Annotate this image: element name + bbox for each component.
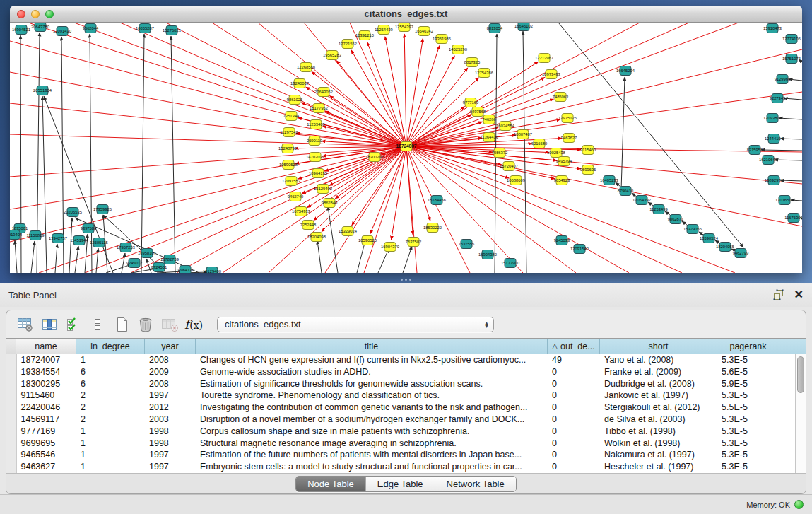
- table-cell[interactable]: 9777169: [16, 426, 76, 438]
- table-cell[interactable]: 1: [76, 438, 145, 450]
- table-cell[interactable]: 6: [76, 378, 145, 390]
- table-cell[interactable]: 1998: [145, 438, 196, 450]
- table-cell[interactable]: Estimation of significance thresholds fo…: [196, 378, 548, 390]
- table-cell[interactable]: 14569117: [16, 414, 76, 426]
- table-mode-icon[interactable]: [15, 315, 36, 334]
- graph-edge[interactable]: [325, 111, 406, 146]
- table-cell[interactable]: 5.6E-5: [717, 366, 779, 378]
- table-cell[interactable]: 1: [76, 461, 145, 473]
- table-cell[interactable]: Wolkin et al. (1998): [600, 438, 717, 450]
- graph-edge[interactable]: [780, 139, 802, 139]
- table-row[interactable]: 946362711997Embryonic stem cells: a mode…: [6, 461, 796, 473]
- graph-edge[interactable]: [317, 240, 322, 273]
- table-cell[interactable]: 2: [76, 414, 145, 426]
- table-cell[interactable]: 0: [548, 402, 600, 414]
- graph-edge[interactable]: [223, 146, 406, 273]
- table-cell[interactable]: 2008: [145, 354, 196, 366]
- table-cell[interactable]: Genome-wide association studies in ADHD.: [196, 366, 548, 378]
- column-header-title[interactable]: title: [196, 339, 548, 354]
- table-cell[interactable]: 0: [548, 414, 600, 426]
- vertical-scrollbar[interactable]: [795, 354, 806, 473]
- close-window-button[interactable]: [17, 10, 25, 18]
- graph-edge[interactable]: [546, 23, 743, 247]
- graph-edge[interactable]: [406, 146, 682, 273]
- graph-edge[interactable]: [392, 146, 406, 240]
- column-header-short[interactable]: short: [600, 339, 717, 354]
- table-row[interactable]: 2242004622012Investigating the contribut…: [6, 402, 796, 414]
- column-header-pagerank[interactable]: pagerank: [717, 339, 779, 354]
- graph-edge[interactable]: [42, 96, 47, 273]
- table-cell[interactable]: 2012: [145, 402, 196, 414]
- table-cell[interactable]: 49: [548, 354, 600, 366]
- tab-network-table[interactable]: Network Table: [435, 477, 516, 491]
- column-header-out-de-[interactable]: △out_de...: [548, 339, 600, 354]
- table-cell[interactable]: Dudbridge et al. (2008): [600, 378, 717, 390]
- graph-edge[interactable]: [122, 253, 125, 273]
- table-cell[interactable]: 5.3E-5: [717, 390, 779, 402]
- graph-edge[interactable]: [406, 146, 413, 235]
- table-cell[interactable]: Franke et al. (2009): [600, 366, 717, 378]
- table-cell[interactable]: 2: [76, 402, 145, 414]
- table-cell[interactable]: 5.3E-5: [717, 438, 779, 450]
- scrollbar-thumb[interactable]: [797, 356, 804, 393]
- graph-edge[interactable]: [406, 78, 479, 146]
- column-header-name[interactable]: name: [16, 339, 76, 354]
- graph-edge[interactable]: [406, 146, 470, 273]
- float-panel-icon[interactable]: [772, 289, 784, 300]
- table-cell[interactable]: Disruption of a novel member of a sodium…: [196, 414, 548, 426]
- table-cell[interactable]: 9699695: [16, 438, 76, 450]
- table-cell[interactable]: 19384554: [16, 366, 76, 378]
- table-cell[interactable]: 5.3E-5: [717, 426, 779, 438]
- delete-column-icon[interactable]: [135, 315, 156, 334]
- table-header-row[interactable]: namein_degreeyeartitle△out_de...shortpag…: [6, 338, 806, 354]
- table-cell[interactable]: 1: [76, 354, 145, 366]
- table-cell[interactable]: 5.9E-5: [717, 378, 779, 390]
- minimize-window-button[interactable]: [31, 10, 40, 18]
- table-cell[interactable]: 5.5E-5: [717, 402, 779, 414]
- new-column-icon[interactable]: [111, 315, 132, 334]
- table-cell[interactable]: Jankovic et al. (1997): [600, 390, 717, 402]
- table-cell[interactable]: 0: [548, 449, 600, 461]
- graph-edge[interactable]: [55, 244, 57, 273]
- table-cell[interactable]: Hescheler et al. (1997): [600, 461, 717, 473]
- table-cell[interactable]: Tibbo et al. (1998): [600, 426, 717, 438]
- table-cell[interactable]: 1997: [145, 461, 196, 473]
- table-cell[interactable]: 0: [548, 378, 600, 390]
- graph-edge[interactable]: [20, 35, 21, 273]
- graph-edge[interactable]: [378, 249, 389, 273]
- table-row[interactable]: 1872400712008Changes of HCN gene express…: [6, 354, 796, 366]
- table-cell[interactable]: 1998: [145, 426, 196, 438]
- table-cell[interactable]: Changes of HCN gene expression and I(f) …: [196, 354, 548, 366]
- table-cell[interactable]: 0: [548, 461, 600, 473]
- graph-edge[interactable]: [406, 146, 802, 226]
- graph-edge[interactable]: [406, 23, 739, 146]
- checkbox-list-icon[interactable]: [87, 315, 108, 334]
- citation-network-graph[interactable]: 1690452120643780120914309562044100552871…: [10, 23, 802, 273]
- graph-edge[interactable]: [69, 218, 72, 273]
- table-cell[interactable]: 5.3E-5: [717, 354, 779, 366]
- show-columns-icon[interactable]: [39, 315, 60, 334]
- tab-edge-table[interactable]: Edge Table: [366, 477, 435, 491]
- network-canvas[interactable]: 1690452120643780120914309562044100552871…: [10, 23, 802, 273]
- table-cell[interactable]: 5.3E-5: [717, 414, 779, 426]
- table-cell[interactable]: 1997: [145, 390, 196, 402]
- graph-edge[interactable]: [106, 264, 131, 273]
- table-cell[interactable]: 1: [76, 426, 145, 438]
- table-cell[interactable]: 9115460: [16, 390, 76, 402]
- table-row[interactable]: 977716911998Corpus callosum shape and si…: [6, 426, 796, 438]
- graph-edge[interactable]: [171, 36, 175, 273]
- table-cell[interactable]: Investigating the contribution of common…: [196, 402, 548, 414]
- graph-edge[interactable]: [780, 180, 802, 181]
- column-header-in-degree[interactable]: in_degree: [76, 339, 145, 354]
- table-cell[interactable]: 2008: [145, 378, 196, 390]
- table-cell[interactable]: Yano et al. (2008): [600, 354, 717, 366]
- table-cell[interactable]: 1997: [145, 449, 196, 461]
- memory-ok-indicator[interactable]: [794, 500, 804, 509]
- table-cell[interactable]: 0: [548, 426, 600, 438]
- table-cell[interactable]: Embryonic stem cells: a model to study s…: [196, 461, 548, 473]
- graph-edge[interactable]: [258, 23, 406, 146]
- graph-edge[interactable]: [10, 72, 406, 146]
- table-row[interactable]: 911546021997Tourette syndrome. Phenomeno…: [6, 390, 796, 402]
- graph-edge[interactable]: [31, 241, 35, 273]
- graph-edge[interactable]: [404, 34, 406, 146]
